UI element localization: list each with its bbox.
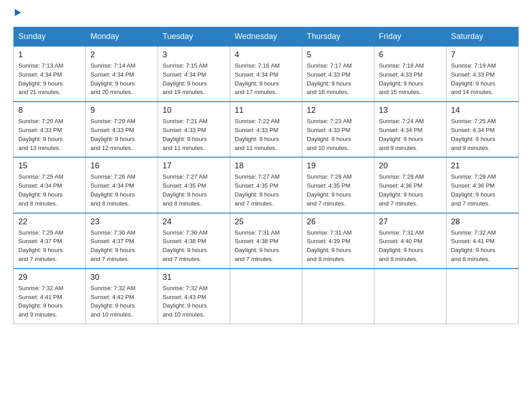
calendar-cell: 9 Sunrise: 7:20 AMSunset: 4:33 PMDayligh… xyxy=(86,102,158,157)
day-number: 11 xyxy=(235,106,297,115)
day-number: 2 xyxy=(90,50,153,60)
day-info: Sunrise: 7:23 AMSunset: 4:33 PMDaylight:… xyxy=(307,117,369,152)
calendar-cell: 18 Sunrise: 7:27 AMSunset: 4:35 PMDaylig… xyxy=(230,157,302,213)
calendar-cell: 31 Sunrise: 7:32 AMSunset: 4:43 PMDaylig… xyxy=(158,269,230,324)
day-info: Sunrise: 7:29 AMSunset: 4:37 PMDaylight:… xyxy=(18,228,81,264)
day-number: 3 xyxy=(163,50,225,60)
day-info: Sunrise: 7:25 AMSunset: 4:34 PMDaylight:… xyxy=(451,117,514,152)
day-info: Sunrise: 7:30 AMSunset: 4:38 PMDaylight:… xyxy=(163,228,225,264)
day-number: 6 xyxy=(379,50,442,60)
day-number: 7 xyxy=(451,50,514,60)
day-number: 28 xyxy=(451,217,514,227)
day-info: Sunrise: 7:20 AMSunset: 4:33 PMDaylight:… xyxy=(18,117,81,152)
day-info: Sunrise: 7:20 AMSunset: 4:33 PMDaylight:… xyxy=(90,117,153,152)
calendar-cell: 21 Sunrise: 7:29 AMSunset: 4:36 PMDaylig… xyxy=(446,157,519,213)
calendar-cell: 7 Sunrise: 7:19 AMSunset: 4:33 PMDayligh… xyxy=(446,46,519,102)
calendar-cell: 26 Sunrise: 7:31 AMSunset: 4:39 PMDaylig… xyxy=(302,213,374,269)
logo xyxy=(13,9,21,18)
calendar-cell: 25 Sunrise: 7:31 AMSunset: 4:38 PMDaylig… xyxy=(230,213,302,269)
calendar-cell: 29 Sunrise: 7:32 AMSunset: 4:41 PMDaylig… xyxy=(14,269,86,324)
week-row-1: 1 Sunrise: 7:13 AMSunset: 4:34 PMDayligh… xyxy=(14,46,519,102)
calendar-cell: 16 Sunrise: 7:26 AMSunset: 4:34 PMDaylig… xyxy=(86,157,158,213)
day-number: 15 xyxy=(18,161,81,171)
day-info: Sunrise: 7:19 AMSunset: 4:33 PMDaylight:… xyxy=(451,61,514,97)
calendar-cell: 5 Sunrise: 7:17 AMSunset: 4:33 PMDayligh… xyxy=(302,46,374,102)
header-thursday: Thursday xyxy=(302,27,374,47)
day-info: Sunrise: 7:28 AMSunset: 4:35 PMDaylight:… xyxy=(307,172,369,208)
calendar-cell: 15 Sunrise: 7:25 AMSunset: 4:34 PMDaylig… xyxy=(14,157,86,213)
day-number: 13 xyxy=(379,106,442,115)
calendar-cell: 10 Sunrise: 7:21 AMSunset: 4:33 PMDaylig… xyxy=(158,102,230,157)
day-number: 8 xyxy=(18,106,81,115)
day-number: 10 xyxy=(163,106,225,115)
calendar-cell: 3 Sunrise: 7:15 AMSunset: 4:34 PMDayligh… xyxy=(158,46,230,102)
calendar-cell: 4 Sunrise: 7:16 AMSunset: 4:34 PMDayligh… xyxy=(230,46,302,102)
day-info: Sunrise: 7:22 AMSunset: 4:33 PMDaylight:… xyxy=(235,117,297,152)
header-saturday: Saturday xyxy=(446,27,519,47)
day-number: 12 xyxy=(307,106,369,115)
day-info: Sunrise: 7:17 AMSunset: 4:33 PMDaylight:… xyxy=(307,61,369,97)
day-info: Sunrise: 7:21 AMSunset: 4:33 PMDaylight:… xyxy=(163,117,225,152)
day-info: Sunrise: 7:32 AMSunset: 4:43 PMDaylight:… xyxy=(163,284,225,319)
calendar-cell: 17 Sunrise: 7:27 AMSunset: 4:35 PMDaylig… xyxy=(158,157,230,213)
day-info: Sunrise: 7:30 AMSunset: 4:37 PMDaylight:… xyxy=(90,228,153,264)
calendar-header-row: SundayMondayTuesdayWednesdayThursdayFrid… xyxy=(14,27,519,47)
day-info: Sunrise: 7:16 AMSunset: 4:34 PMDaylight:… xyxy=(235,61,297,97)
day-info: Sunrise: 7:24 AMSunset: 4:34 PMDaylight:… xyxy=(379,117,442,152)
day-info: Sunrise: 7:31 AMSunset: 4:39 PMDaylight:… xyxy=(307,228,369,264)
day-info: Sunrise: 7:27 AMSunset: 4:35 PMDaylight:… xyxy=(235,172,297,208)
calendar-cell: 12 Sunrise: 7:23 AMSunset: 4:33 PMDaylig… xyxy=(302,102,374,157)
day-number: 16 xyxy=(90,161,153,171)
day-info: Sunrise: 7:31 AMSunset: 4:40 PMDaylight:… xyxy=(379,228,442,264)
header-monday: Monday xyxy=(86,27,158,47)
week-row-2: 8 Sunrise: 7:20 AMSunset: 4:33 PMDayligh… xyxy=(14,102,519,157)
day-number: 27 xyxy=(379,217,442,227)
day-info: Sunrise: 7:28 AMSunset: 4:36 PMDaylight:… xyxy=(379,172,442,208)
calendar-cell xyxy=(374,269,446,324)
day-info: Sunrise: 7:27 AMSunset: 4:35 PMDaylight:… xyxy=(163,172,225,208)
day-number: 4 xyxy=(235,50,297,60)
calendar-cell: 8 Sunrise: 7:20 AMSunset: 4:33 PMDayligh… xyxy=(14,102,86,157)
calendar-cell: 20 Sunrise: 7:28 AMSunset: 4:36 PMDaylig… xyxy=(374,157,446,213)
day-number: 26 xyxy=(307,217,369,227)
day-number: 24 xyxy=(163,217,225,227)
calendar-cell: 30 Sunrise: 7:32 AMSunset: 4:42 PMDaylig… xyxy=(86,269,158,324)
calendar-table: SundayMondayTuesdayWednesdayThursdayFrid… xyxy=(13,27,519,324)
day-number: 18 xyxy=(235,161,297,171)
calendar-cell: 24 Sunrise: 7:30 AMSunset: 4:38 PMDaylig… xyxy=(158,213,230,269)
day-number: 1 xyxy=(18,50,81,60)
calendar-cell xyxy=(302,269,374,324)
day-number: 9 xyxy=(90,106,153,115)
logo-triangle-icon xyxy=(15,9,21,16)
calendar-cell xyxy=(446,269,519,324)
day-info: Sunrise: 7:31 AMSunset: 4:38 PMDaylight:… xyxy=(235,228,297,264)
day-number: 29 xyxy=(18,273,81,282)
day-number: 21 xyxy=(451,161,514,171)
week-row-4: 22 Sunrise: 7:29 AMSunset: 4:37 PMDaylig… xyxy=(14,213,519,269)
calendar-cell: 6 Sunrise: 7:18 AMSunset: 4:33 PMDayligh… xyxy=(374,46,446,102)
day-info: Sunrise: 7:26 AMSunset: 4:34 PMDaylight:… xyxy=(90,172,153,208)
day-number: 30 xyxy=(90,273,153,282)
day-info: Sunrise: 7:15 AMSunset: 4:34 PMDaylight:… xyxy=(163,61,225,97)
header-sunday: Sunday xyxy=(14,27,86,47)
day-info: Sunrise: 7:32 AMSunset: 4:41 PMDaylight:… xyxy=(18,284,81,319)
day-info: Sunrise: 7:13 AMSunset: 4:34 PMDaylight:… xyxy=(18,61,81,97)
header-tuesday: Tuesday xyxy=(158,27,230,47)
calendar-cell: 14 Sunrise: 7:25 AMSunset: 4:34 PMDaylig… xyxy=(446,102,519,157)
day-info: Sunrise: 7:29 AMSunset: 4:36 PMDaylight:… xyxy=(451,172,514,208)
day-info: Sunrise: 7:25 AMSunset: 4:34 PMDaylight:… xyxy=(18,172,81,208)
calendar-cell: 22 Sunrise: 7:29 AMSunset: 4:37 PMDaylig… xyxy=(14,213,86,269)
day-number: 25 xyxy=(235,217,297,227)
calendar-cell xyxy=(230,269,302,324)
day-number: 22 xyxy=(18,217,81,227)
week-row-5: 29 Sunrise: 7:32 AMSunset: 4:41 PMDaylig… xyxy=(14,269,519,324)
day-number: 14 xyxy=(451,106,514,115)
header-wednesday: Wednesday xyxy=(230,27,302,47)
day-info: Sunrise: 7:18 AMSunset: 4:33 PMDaylight:… xyxy=(379,61,442,97)
day-number: 19 xyxy=(307,161,369,171)
calendar-cell: 1 Sunrise: 7:13 AMSunset: 4:34 PMDayligh… xyxy=(14,46,86,102)
day-info: Sunrise: 7:32 AMSunset: 4:42 PMDaylight:… xyxy=(90,284,153,319)
calendar-cell: 13 Sunrise: 7:24 AMSunset: 4:34 PMDaylig… xyxy=(374,102,446,157)
day-info: Sunrise: 7:14 AMSunset: 4:34 PMDaylight:… xyxy=(90,61,153,97)
calendar-cell: 23 Sunrise: 7:30 AMSunset: 4:37 PMDaylig… xyxy=(86,213,158,269)
